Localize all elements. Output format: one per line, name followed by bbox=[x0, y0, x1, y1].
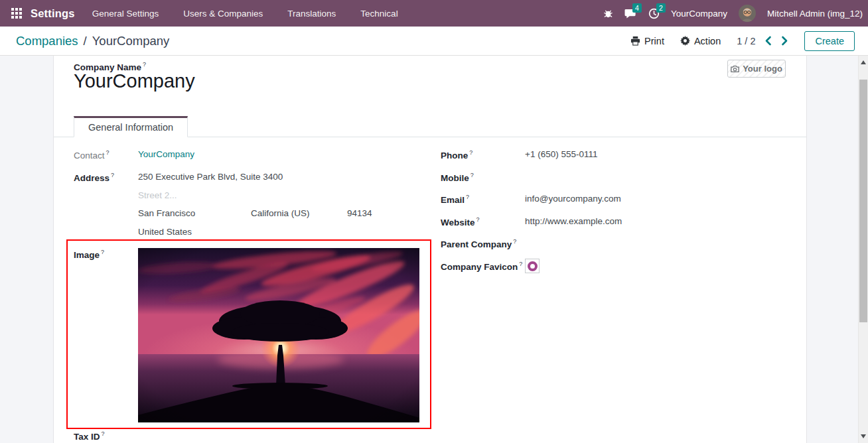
pager: 1 / 2 bbox=[737, 36, 788, 46]
breadcrumb: Companies / YourCompany bbox=[16, 34, 169, 48]
address-zip-input[interactable]: 94134 bbox=[347, 208, 372, 218]
company-image[interactable] bbox=[138, 248, 419, 422]
menu-translations[interactable]: Translations bbox=[287, 9, 336, 19]
website-input[interactable]: http://www.example.com bbox=[525, 216, 622, 226]
create-button[interactable]: Create bbox=[804, 31, 855, 51]
user-menu[interactable]: Mitchell Admin (img_12) bbox=[767, 9, 863, 19]
tax-id-label-text: Tax ID bbox=[74, 432, 100, 442]
scrollbar-up-button[interactable] bbox=[859, 57, 868, 68]
company-favicon-image[interactable] bbox=[525, 259, 540, 273]
avatar-image bbox=[739, 5, 756, 22]
activities-button[interactable]: 2 bbox=[648, 8, 660, 19]
website-label-text: Website bbox=[441, 218, 475, 227]
debug-button[interactable] bbox=[603, 9, 613, 19]
top-menu: General Settings Users & Companies Trans… bbox=[92, 9, 398, 19]
odoo-window: Settings General Settings Users & Compan… bbox=[0, 0, 868, 443]
mobile-label-text: Mobile bbox=[441, 173, 469, 183]
email-input[interactable]: info@yourcompany.com bbox=[525, 194, 621, 204]
menu-users-companies[interactable]: Users & Companies bbox=[183, 9, 263, 19]
address-city-input[interactable]: San Francisco bbox=[138, 208, 195, 218]
phone-input[interactable]: +1 (650) 555-0111 bbox=[525, 149, 597, 159]
tab-label: General Information bbox=[88, 122, 173, 133]
action-label: Action bbox=[694, 36, 721, 46]
help-marker: ? bbox=[102, 430, 105, 437]
form-sheet: Company Name? YourCompany Your logo Gene… bbox=[53, 56, 807, 443]
triangle-up-icon bbox=[861, 60, 866, 64]
help-marker: ? bbox=[143, 61, 146, 68]
company-favicon-label-text: Company Favicon bbox=[441, 262, 518, 272]
favicon-ring-icon bbox=[528, 261, 538, 271]
company-name-value[interactable]: YourCompany bbox=[74, 70, 195, 92]
scrollbar-thumb[interactable] bbox=[859, 80, 867, 322]
company-logo-upload[interactable]: Your logo bbox=[727, 60, 786, 78]
pager-next-button[interactable] bbox=[781, 36, 788, 46]
help-marker: ? bbox=[101, 249, 104, 255]
address-country-select[interactable]: United States bbox=[138, 227, 192, 237]
pager-previous-button[interactable] bbox=[764, 36, 772, 46]
print-label: Print bbox=[644, 36, 664, 46]
email-label: Email? bbox=[441, 194, 469, 205]
address-street-input[interactable]: 250 Executive Park Blvd, Suite 3400 bbox=[138, 172, 283, 182]
pager-value: 1 / 2 bbox=[737, 36, 755, 46]
address-label: Address? bbox=[74, 172, 114, 183]
image-label: Image? bbox=[74, 249, 104, 260]
phone-label-text: Phone bbox=[441, 151, 468, 160]
help-marker: ? bbox=[519, 261, 522, 267]
breadcrumb-companies[interactable]: Companies bbox=[16, 34, 78, 48]
contact-label: Contact? bbox=[74, 149, 109, 160]
breadcrumb-separator: / bbox=[84, 34, 87, 48]
systray: 4 2 YourCompany bbox=[603, 5, 863, 22]
website-label: Website? bbox=[441, 216, 480, 227]
print-menu[interactable]: Print bbox=[630, 36, 664, 46]
scrollbar-down-button[interactable] bbox=[859, 431, 868, 442]
messages-badge: 4 bbox=[632, 3, 642, 13]
camera-icon bbox=[731, 65, 739, 73]
apps-menu-icon[interactable] bbox=[8, 5, 25, 22]
help-marker: ? bbox=[476, 216, 480, 223]
control-panel-actions: Print Action 1 / 2 bbox=[630, 31, 855, 51]
phone-label: Phone? bbox=[441, 149, 472, 160]
bug-icon bbox=[603, 9, 613, 19]
parent-company-label-text: Parent Company bbox=[441, 239, 512, 249]
address-label-text: Address bbox=[74, 173, 109, 183]
chevron-right-icon bbox=[781, 36, 788, 46]
image-label-text: Image bbox=[74, 250, 100, 260]
company-favicon-label: Company Favicon? bbox=[441, 261, 522, 272]
contact-value[interactable]: YourCompany bbox=[138, 149, 194, 159]
address-street2-input[interactable]: Street 2... bbox=[138, 190, 177, 200]
grid-icon bbox=[11, 8, 22, 19]
top-navbar: Settings General Settings Users & Compan… bbox=[0, 0, 868, 27]
form-view: Company Name? YourCompany Your logo Gene… bbox=[0, 56, 868, 443]
chevron-left-icon bbox=[764, 36, 772, 46]
tab-general-information[interactable]: General Information bbox=[74, 116, 188, 137]
app-name[interactable]: Settings bbox=[31, 7, 75, 20]
messages-button[interactable]: 4 bbox=[624, 8, 637, 19]
address-state-select[interactable]: California (US) bbox=[251, 208, 310, 218]
mobile-label: Mobile? bbox=[441, 172, 474, 183]
help-marker: ? bbox=[469, 149, 472, 156]
tax-id-label: Tax ID? bbox=[74, 430, 105, 442]
contact-label-text: Contact bbox=[74, 151, 105, 160]
help-marker: ? bbox=[106, 149, 109, 156]
help-marker: ? bbox=[470, 172, 474, 178]
help-marker: ? bbox=[466, 194, 469, 200]
action-menu[interactable]: Action bbox=[680, 36, 721, 46]
company-switcher[interactable]: YourCompany bbox=[671, 9, 727, 19]
email-label-text: Email bbox=[441, 195, 465, 205]
help-marker: ? bbox=[513, 238, 516, 245]
sunset-tree-photo bbox=[138, 248, 419, 422]
activities-badge: 2 bbox=[656, 3, 666, 13]
printer-icon bbox=[630, 36, 640, 46]
menu-technical[interactable]: Technical bbox=[360, 9, 398, 19]
menu-general-settings[interactable]: General Settings bbox=[92, 9, 159, 19]
vertical-scrollbar[interactable] bbox=[858, 56, 868, 443]
user-avatar[interactable] bbox=[739, 5, 756, 22]
logo-button-label: Your logo bbox=[743, 64, 782, 74]
gear-icon bbox=[680, 36, 690, 46]
parent-company-label: Parent Company? bbox=[441, 238, 516, 249]
control-panel: Companies / YourCompany Print bbox=[0, 27, 868, 56]
help-marker: ? bbox=[111, 172, 114, 178]
triangle-down-icon bbox=[861, 434, 866, 438]
breadcrumb-current: YourCompany bbox=[92, 34, 170, 48]
